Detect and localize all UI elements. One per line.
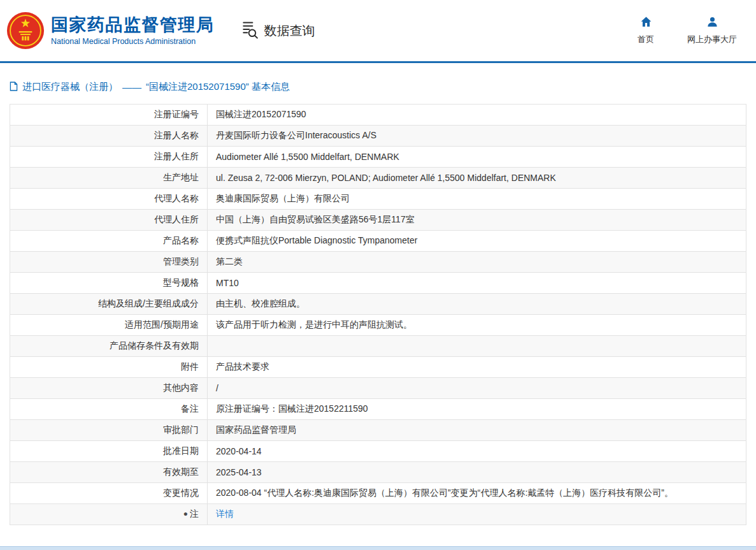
table-row: 其他内容/ [10,378,746,399]
breadcrumb-category: 进口医疗器械（注册） [22,81,118,93]
data-query-nav[interactable]: 数据查询 [240,20,315,41]
row-label: 备注 [10,399,208,420]
registration-info-table: 注册证编号国械注进20152071590注册人名称丹麦国际听力设备公司Inter… [10,104,746,525]
note-bullet-icon: ● [183,509,188,518]
breadcrumb: 进口医疗器械（注册） —— “国械注进20152071590” 基本信息 [10,81,746,93]
row-label: 有效期至 [10,462,208,483]
table-row: 审批部门国家药品监督管理局 [10,420,746,441]
row-value: 奥迪康国际贸易（上海）有限公司 [208,189,746,210]
table-row: 产品储存条件及有效期 [10,336,746,357]
table-row: 注册证编号国械注进20152071590 [10,105,746,126]
table-row: 代理人名称奥迪康国际贸易（上海）有限公司 [10,189,746,210]
national-emblem-icon [6,11,45,50]
row-value: 该产品用于听力检测，是进行中耳的声阻抗测试。 [208,315,746,336]
table-row: 有效期至2025-04-13 [10,462,746,483]
row-label: 批准日期 [10,441,208,462]
table-row: 备注原注册证编号：国械注进20152211590 [10,399,746,420]
row-value: MT10 [208,273,746,294]
home-icon [640,16,652,31]
row-value: Audiometer Allé 1,5500 Middelfart, DENMA… [208,147,746,168]
detail-link[interactable]: 详情 [216,509,234,519]
row-label: 代理人名称 [10,189,208,210]
row-value: 2025-04-13 [208,462,746,483]
org-title-en: National Medical Products Administration [51,37,215,46]
row-value: / [208,378,746,399]
row-value: 原注册证编号：国械注进20152211590 [208,399,746,420]
row-label: 适用范围/预期用途 [10,315,208,336]
table-row: 注册人名称丹麦国际听力设备公司Interacoustics A/S [10,126,746,147]
info-table-body: 注册证编号国械注进20152071590注册人名称丹麦国际听力设备公司Inter… [10,105,746,525]
data-query-label: 数据查询 [264,22,315,40]
row-label: 审批部门 [10,420,208,441]
header: 国家药品监督管理局 National Medical Products Admi… [0,0,756,61]
page-title: “国械注进20152071590” 基本信息 [146,81,290,93]
row-label: 注册人住所 [10,147,208,168]
row-value: ul. Zeusa 2, 72-006 Mierzyn, POLAND; Aud… [208,168,746,189]
breadcrumb-dash: —— [122,82,141,92]
row-label: 其他内容 [10,378,208,399]
org-title-cn: 国家药品监督管理局 [51,15,215,35]
header-divider [0,61,756,63]
nmpa-logo: 国家药品监督管理局 National Medical Products Admi… [6,11,215,50]
row-value: 产品技术要求 [208,357,746,378]
row-value: 国械注进20152071590 [208,105,746,126]
row-value: 2020-04-14 [208,441,746,462]
header-nav: 首页 网上办事大厅 [638,16,737,45]
row-label: 产品储存条件及有效期 [10,336,208,357]
table-row: ●注详情 [10,504,746,525]
row-label: ●注 [10,504,208,525]
org-titles: 国家药品监督管理局 National Medical Products Admi… [51,15,215,46]
table-row: 变更情况2020-08-04 “代理人名称:奥迪康国际贸易（上海）有限公司”变更… [10,483,746,504]
table-row: 附件产品技术要求 [10,357,746,378]
row-value: 丹麦国际听力设备公司Interacoustics A/S [208,126,746,147]
row-value: 便携式声阻抗仪Portable Diagnostic Tympanometer [208,231,746,252]
user-icon [706,16,718,31]
row-label: 附件 [10,357,208,378]
data-query-icon [240,20,259,41]
table-row: 产品名称便携式声阻抗仪Portable Diagnostic Tympanome… [10,231,746,252]
document-icon [10,82,18,93]
row-value: 2020-08-04 “代理人名称:奥迪康国际贸易（上海）有限公司”变更为“代理… [208,483,746,504]
row-label: 注册证编号 [10,105,208,126]
table-row: 型号规格MT10 [10,273,746,294]
table-row: 结构及组成/主要组成成分由主机、校准腔组成。 [10,294,746,315]
row-value [208,336,746,357]
table-row: 适用范围/预期用途该产品用于听力检测，是进行中耳的声阻抗测试。 [10,315,746,336]
table-row: 生产地址ul. Zeusa 2, 72-006 Mierzyn, POLAND;… [10,168,746,189]
row-label: 产品名称 [10,231,208,252]
footer-strip [0,546,756,550]
row-label: 注册人名称 [10,126,208,147]
main-content: 进口医疗器械（注册） —— “国械注进20152071590” 基本信息 注册证… [0,81,756,525]
nav-item-service-hall[interactable]: 网上办事大厅 [687,16,737,45]
row-value: 详情 [208,504,746,525]
table-row: 代理人住所中国（上海）自由贸易试验区美盛路56号1层117室 [10,210,746,231]
table-row: 管理类别第二类 [10,252,746,273]
row-value: 中国（上海）自由贸易试验区美盛路56号1层117室 [208,210,746,231]
row-label: 结构及组成/主要组成成分 [10,294,208,315]
row-label: 生产地址 [10,168,208,189]
nav-hall-label: 网上办事大厅 [687,34,737,45]
row-value: 国家药品监督管理局 [208,420,746,441]
row-label: 型号规格 [10,273,208,294]
row-label: 代理人住所 [10,210,208,231]
row-label: 管理类别 [10,252,208,273]
table-row: 注册人住所Audiometer Allé 1,5500 Middelfart, … [10,147,746,168]
nav-item-home[interactable]: 首页 [638,16,654,45]
row-label: 变更情况 [10,483,208,504]
nav-home-label: 首页 [638,34,654,45]
table-row: 批准日期2020-04-14 [10,441,746,462]
row-value: 第二类 [208,252,746,273]
row-value: 由主机、校准腔组成。 [208,294,746,315]
